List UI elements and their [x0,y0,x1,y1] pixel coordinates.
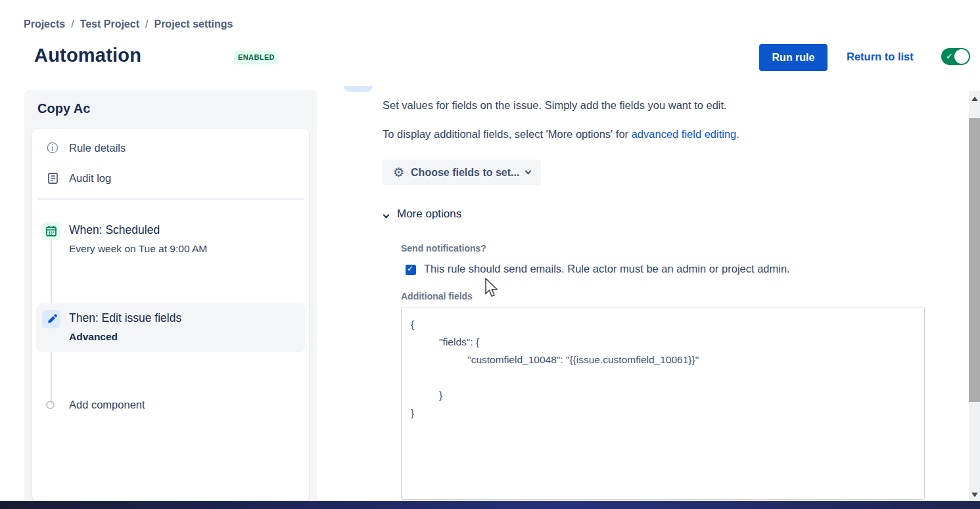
pencil-icon [42,310,60,328]
gear-icon: ⚙ [393,166,404,179]
send-notifications-label: Send notifications? [401,243,486,254]
choose-fields-label: Choose fields to set... [411,167,519,179]
breadcrumb-separator: / [145,18,148,30]
info-icon: ⓘ [47,143,58,154]
advanced-field-editing-link[interactable]: advanced field editing [632,128,737,140]
sidebar-item-audit-log[interactable]: Audit log [32,166,309,194]
divider [37,198,304,200]
add-component-circle-icon [46,401,55,409]
run-rule-button[interactable]: Run rule [759,44,828,71]
rule-enabled-toggle[interactable]: ✓ [941,48,970,65]
sidebar-item-label: Audit log [69,172,111,185]
sidebar-item-label: Rule details [69,142,126,154]
check-icon: ✓ [946,51,953,61]
choose-fields-dropdown[interactable]: ⚙ Choose fields to set... [383,160,541,185]
breadcrumb-test-project[interactable]: Test Project [80,18,139,30]
scrollbar-thumb[interactable] [969,118,980,402]
more-options-label: More options [397,208,461,221]
additional-fields-textarea[interactable]: { "fields": { "customfield_10048": "{{is… [401,307,925,500]
step-connector-line [51,240,52,310]
automation-rule-page: Projects/Test Project/Project settings A… [0,0,980,509]
calendar-icon [42,222,60,240]
rule-components-card: ⓘ Rule details Audit log When: Scheduled… [32,129,309,501]
more-options-toggle[interactable]: More options [384,208,461,221]
rule-sidebar: Copy Ac ⓘ Rule details Audit log When: [24,90,317,501]
step-subtitle: Advanced [69,331,118,343]
send-emails-checkbox[interactable]: ✓ [406,265,416,275]
rule-name: Copy Ac [37,101,90,116]
toggle-knob [954,49,969,64]
additional-fields-label: Additional fields [401,291,473,301]
scrollbar-down-arrow[interactable] [971,493,978,497]
chevron-down-icon [383,211,390,218]
step-title: Then: Edit issue fields [69,311,181,325]
send-emails-checkbox-label: This rule should send emails. Rule actor… [424,263,790,275]
breadcrumb-separator: / [71,18,74,30]
more-info-text: To display additional fields, select 'Mo… [383,128,739,141]
taskbar-edge [0,501,980,509]
scrolled-icon-fragment [344,86,373,92]
scrollbar-up-arrow[interactable] [971,97,978,101]
more-info-prefix: To display additional fields, select 'Mo… [383,128,632,140]
chevron-down-icon [525,168,532,175]
enabled-status-badge: ENABLED [234,51,279,64]
sidebar-item-rule-details[interactable]: ⓘ Rule details [32,135,309,164]
more-info-suffix: . [736,128,739,140]
check-icon: ✓ [407,264,413,273]
mouse-cursor [484,278,499,299]
add-component-button[interactable]: Add component [69,399,145,411]
action-description: Set values for fields on the issue. Simp… [383,99,727,112]
step-subtitle: Every week on Tue at 9:00 AM [69,243,207,255]
page-title: Automation [34,45,141,66]
breadcrumb-project-settings[interactable]: Project settings [154,18,233,30]
breadcrumb: Projects/Test Project/Project settings [24,18,233,30]
breadcrumb-projects[interactable]: Projects [24,18,65,30]
step-title: When: Scheduled [69,223,160,237]
audit-log-icon [47,173,58,185]
return-to-list-link[interactable]: Return to list [847,51,914,63]
